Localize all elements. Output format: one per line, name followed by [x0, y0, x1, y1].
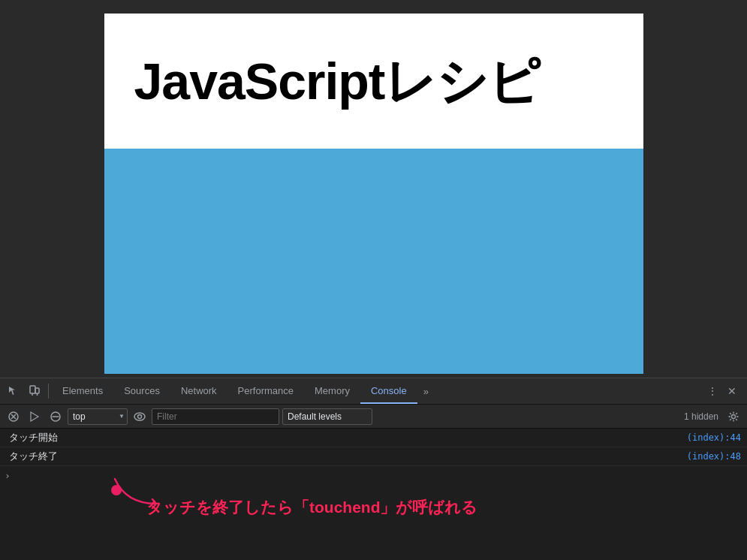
context-select[interactable]: top	[68, 408, 128, 425]
tab-sources[interactable]: Sources	[113, 378, 170, 404]
page-blue-section	[104, 149, 643, 374]
console-prompt-row[interactable]: ›	[0, 466, 747, 484]
svg-point-12	[732, 414, 736, 418]
tab-memory[interactable]: Memory	[304, 378, 360, 404]
tab-elements[interactable]: Elements	[52, 378, 113, 404]
svg-rect-1	[35, 388, 39, 393]
toolbar-right: ⋮ ✕	[703, 382, 744, 400]
page-content: JavaScriptレシピ	[104, 14, 643, 374]
console-prompt-arrow: ›	[5, 470, 11, 481]
toolbar-separator	[48, 384, 49, 399]
no-entry-icon[interactable]	[47, 408, 65, 426]
inspect-icon[interactable]	[3, 381, 24, 402]
svg-point-11	[138, 414, 142, 418]
filter-input[interactable]	[152, 408, 279, 425]
page-header: JavaScriptレシピ	[104, 14, 643, 149]
tab-console[interactable]: Console	[360, 378, 417, 404]
console-message-source-1[interactable]: (index):48	[687, 451, 741, 462]
console-message-0: タッチ開始 (index):44	[0, 429, 747, 447]
eye-icon[interactable]	[131, 408, 149, 426]
stop-recording-icon[interactable]	[26, 408, 44, 426]
svg-point-10	[134, 413, 145, 420]
kebab-menu-icon[interactable]: ⋮	[703, 382, 721, 400]
console-messages: タッチ開始 (index):44 タッチ終了 (index):48 ›	[0, 429, 747, 560]
page-title: JavaScriptレシピ	[134, 53, 541, 110]
tab-network[interactable]: Network	[170, 378, 227, 404]
devtools-toolbar: Elements Sources Network Performance Mem…	[0, 378, 747, 405]
svg-rect-0	[30, 386, 35, 393]
console-message-text-0: タッチ開始	[9, 431, 58, 444]
tab-more[interactable]: »	[417, 378, 435, 404]
hidden-count: 1 hidden	[684, 411, 721, 422]
levels-select[interactable]: Default levels	[282, 408, 372, 425]
console-message-source-0[interactable]: (index):44	[687, 432, 741, 443]
console-message-text-1: タッチ終了	[9, 450, 58, 463]
devtools-tabs: Elements Sources Network Performance Mem…	[52, 378, 703, 404]
browser-viewport: JavaScriptレシピ	[0, 0, 747, 378]
settings-icon[interactable]	[724, 408, 742, 426]
context-selector-wrapper[interactable]: top ▼	[68, 408, 128, 425]
svg-marker-7	[31, 412, 38, 421]
close-devtools-icon[interactable]: ✕	[723, 382, 741, 400]
console-toolbar: top ▼ Default levels 1 hidden	[0, 405, 747, 429]
console-message-1: タッチ終了 (index):48	[0, 447, 747, 466]
clear-console-icon[interactable]	[5, 408, 23, 426]
device-icon[interactable]	[24, 381, 45, 402]
levels-selector-wrapper[interactable]: Default levels	[282, 408, 372, 425]
devtools-panel: Elements Sources Network Performance Mem…	[0, 378, 747, 560]
tab-performance[interactable]: Performance	[227, 378, 304, 404]
